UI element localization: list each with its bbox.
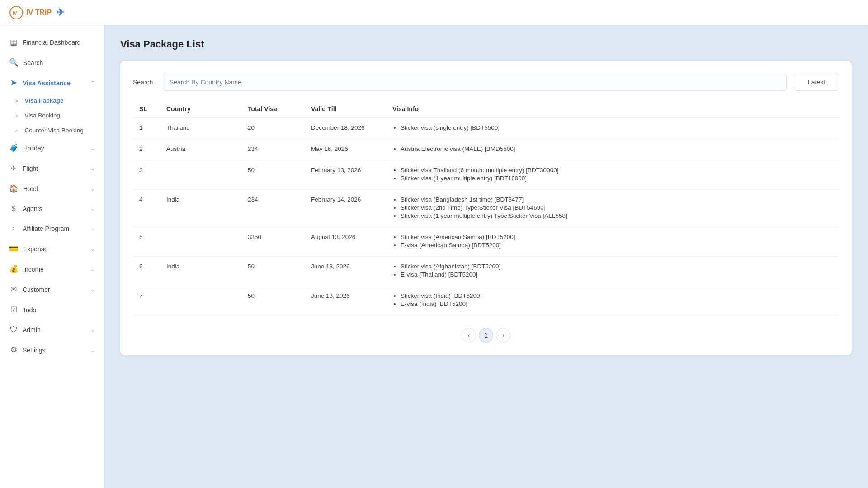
pagination-next[interactable]: ›	[496, 328, 510, 343]
chevron-down-icon-admin: ⌄	[90, 327, 95, 333]
chevron-down-icon-agents: ⌄	[90, 206, 95, 212]
sidebar-label-agents: Agents	[23, 205, 42, 212]
search-input[interactable]	[163, 74, 787, 91]
search-label: Search	[133, 79, 156, 86]
sidebar-item-income[interactable]: 💰 Income ⌄	[0, 259, 104, 279]
cell-visa-info: Sticker visa (Afghanistan) [BDT5200]E-vi…	[386, 257, 839, 286]
income-icon: 💰	[9, 264, 19, 274]
visa-info-item: Sticker visa Thailand (6 month: multiple…	[401, 167, 833, 174]
cell-country: Thailand	[160, 117, 241, 139]
cell-total-visa: 234	[241, 190, 305, 227]
sidebar-label-counter-visa-booking: Counter Visa Booking	[24, 127, 83, 134]
cell-valid-till: June 13, 2026	[305, 286, 386, 315]
sidebar-subitem-counter-visa-booking[interactable]: > Counter Visa Booking	[9, 123, 104, 138]
chevron-down-icon-holiday: ⌄	[90, 145, 95, 151]
cell-total-visa: 234	[241, 139, 305, 160]
chevron-down-icon-affiliate: ⌄	[90, 225, 95, 232]
logo-icon: IV	[9, 5, 24, 20]
sidebar: ▦ Financial Dashboard 🔍 Search ➤ Visa As…	[0, 25, 104, 488]
cell-sl: 4	[133, 190, 160, 227]
cell-country: India	[160, 257, 241, 286]
search-icon: 🔍	[9, 58, 19, 67]
cell-country: India	[160, 190, 241, 227]
sidebar-item-flight[interactable]: ✈ Flight ⌄	[0, 158, 104, 178]
sub-chevron-icon: >	[15, 98, 18, 103]
chevron-down-icon-settings: ⌄	[90, 347, 95, 353]
sidebar-label-holiday: Holiday	[23, 145, 44, 152]
sub-chevron-icon-3: >	[15, 128, 18, 133]
cell-valid-till: May 16, 2026	[305, 139, 386, 160]
customer-icon: ✉	[9, 285, 18, 294]
svg-text:IV: IV	[13, 11, 17, 16]
sidebar-label-flight: Flight	[23, 165, 38, 172]
main-layout: ▦ Financial Dashboard 🔍 Search ➤ Visa As…	[0, 25, 868, 488]
sidebar-label-income: Income	[23, 266, 44, 273]
table-row: 4India234February 14, 2026Sticker visa (…	[133, 190, 839, 227]
admin-icon: 🛡	[9, 325, 18, 334]
todo-icon: ☑	[9, 305, 18, 314]
chevron-up-icon: ⌃	[90, 80, 95, 86]
cell-valid-till: December 18, 2026	[305, 117, 386, 139]
sidebar-label-affiliate: Affiliate Program	[23, 225, 69, 232]
pagination-prev[interactable]: ‹	[462, 328, 476, 343]
visa-info-item: Austria Electronic visa (MALE) [BMD5500]	[401, 145, 833, 152]
logo-text: IV TRIP	[26, 9, 52, 17]
cell-total-visa: 50	[241, 257, 305, 286]
sidebar-item-expense[interactable]: 💳 Expense ⌄	[0, 239, 104, 259]
sidebar-item-agents[interactable]: $ Agents ⌄	[0, 199, 104, 219]
topbar: IV IV TRIP ✈	[0, 0, 868, 25]
expense-icon: 💳	[9, 244, 19, 253]
sidebar-item-customer[interactable]: ✉ Customer ⌄	[0, 279, 104, 300]
col-header-valid-till: Valid Till	[305, 101, 386, 117]
sort-button[interactable]: Latest	[794, 74, 839, 91]
cell-sl: 2	[133, 139, 160, 160]
sidebar-label-financial-dashboard: Financial Dashboard	[23, 39, 80, 46]
sidebar-subitem-visa-booking[interactable]: > Visa Booking	[9, 108, 104, 123]
cell-total-visa: 20	[241, 117, 305, 139]
sidebar-item-todo[interactable]: ☑ Todo	[0, 300, 104, 320]
sidebar-item-visa-assistance[interactable]: ➤ Visa Assistance ⌃	[0, 73, 104, 93]
hotel-icon: 🏠	[9, 184, 19, 193]
cell-valid-till: February 14, 2026	[305, 190, 386, 227]
table-row: 2Austria234May 16, 2026Austria Electroni…	[133, 139, 839, 160]
visa-assistance-submenu: > Visa Package > Visa Booking > Counter …	[0, 93, 104, 138]
visa-info-item: Sticker visa (2nd Time) Type:Sticker Vis…	[401, 204, 833, 211]
sidebar-item-financial-dashboard[interactable]: ▦ Financial Dashboard	[0, 32, 104, 52]
cell-sl: 7	[133, 286, 160, 315]
pagination-page-1[interactable]: 1	[479, 328, 493, 343]
sidebar-item-search[interactable]: 🔍 Search	[0, 52, 104, 73]
visa-info-item: E-visa (American Samoa) [BDT5200]	[401, 242, 833, 249]
cell-visa-info: Sticker visa Thailand (6 month: multiple…	[386, 160, 839, 190]
sidebar-label-expense: Expense	[23, 245, 47, 253]
sidebar-item-admin[interactable]: 🛡 Admin ⌄	[0, 320, 104, 340]
table-row: 1Thailand20December 18, 2026Sticker visa…	[133, 117, 839, 139]
cell-total-visa: 50	[241, 286, 305, 315]
logo: IV IV TRIP ✈	[9, 5, 64, 20]
col-header-visa-info: Visa Info	[386, 101, 839, 117]
visa-table: SL Country Total Visa Valid Till Visa In…	[133, 101, 839, 315]
visa-info-item: Sticker visa (American Samoa) [BDT5200]	[401, 234, 833, 240]
dashboard-icon: ▦	[9, 38, 18, 47]
table-row: 6India50June 13, 2026Sticker visa (Afgha…	[133, 257, 839, 286]
sidebar-item-hotel[interactable]: 🏠 Hotel ⌄	[0, 178, 104, 199]
main-content: Visa Package List Search Latest SL Count…	[104, 25, 868, 488]
chevron-down-icon-hotel: ⌄	[90, 186, 95, 192]
sidebar-item-affiliate-program[interactable]: ▫ Affiliate Program ⌄	[0, 219, 104, 239]
cell-country	[160, 286, 241, 315]
cell-visa-info: Sticker visa (Bangladesh 1st time) [BDT3…	[386, 190, 839, 227]
chevron-down-icon-flight: ⌄	[90, 165, 95, 172]
flight-icon: ✈	[9, 164, 18, 173]
visa-info-item: Sticker visa (Afghanistan) [BDT5200]	[401, 263, 833, 270]
visa-info-item: Sticker visa (1 year multiple entry) Typ…	[401, 212, 833, 219]
sidebar-item-settings[interactable]: ⚙ Settings ⌄	[0, 340, 104, 360]
affiliate-icon: ▫	[9, 224, 18, 233]
cell-sl: 3	[133, 160, 160, 190]
cell-valid-till: August 13, 2026	[305, 227, 386, 257]
search-bar-row: Search Latest	[133, 74, 839, 91]
holiday-icon: 🧳	[9, 143, 19, 153]
chevron-down-icon-customer: ⌄	[90, 286, 95, 293]
sidebar-label-visa-booking: Visa Booking	[24, 112, 60, 119]
sidebar-subitem-visa-package[interactable]: > Visa Package	[9, 93, 104, 108]
sidebar-item-holiday[interactable]: 🧳 Holiday ⌄	[0, 138, 104, 158]
agents-icon: $	[9, 204, 18, 213]
